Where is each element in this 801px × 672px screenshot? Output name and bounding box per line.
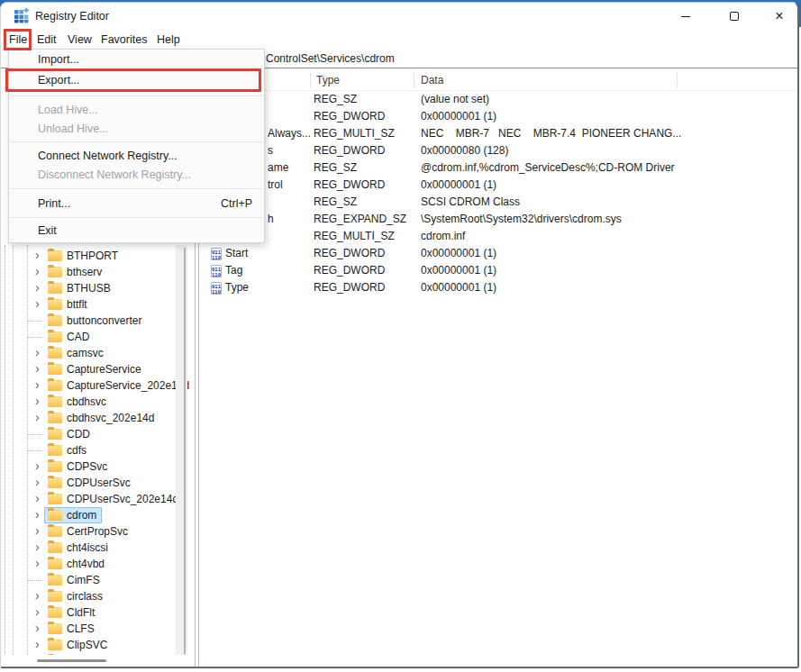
- value-type: REG_SZ: [314, 91, 413, 108]
- tree-item-CDPUserSvc_202e14d[interactable]: ›CDPUserSvc_202e14d: [1, 491, 181, 507]
- menu-edit[interactable]: Edit: [34, 30, 59, 50]
- value-row[interactable]: REG_SZ(value not set): [199, 91, 797, 108]
- title-bar[interactable]: Registry Editor ×: [1, 3, 797, 30]
- maximize-button[interactable]: [714, 3, 755, 30]
- chevron-right-icon[interactable]: ›: [35, 621, 40, 637]
- value-row[interactable]: REG_DWORD0x00000001 (1): [199, 108, 797, 125]
- menu-bar: File Edit View Favorites Help: [1, 30, 797, 50]
- value-row[interactable]: sREG_DWORD0x00000080 (128): [199, 142, 797, 159]
- menu-item-exit[interactable]: Exit: [9, 221, 264, 241]
- value-row[interactable]: TagREG_DWORD0x00000001 (1): [199, 262, 797, 279]
- tree-item-CDPSvc[interactable]: ›CDPSvc: [1, 459, 181, 475]
- tree-item-cdrom[interactable]: ›cdrom: [1, 507, 181, 523]
- tree-item-buttonconverter[interactable]: buttonconverter: [1, 313, 181, 329]
- value-row[interactable]: REG_MULTI_SZcdrom.inf: [199, 228, 797, 245]
- chevron-right-icon[interactable]: ›: [35, 280, 40, 296]
- tree-item-circlass[interactable]: ›circlass: [1, 588, 181, 604]
- column-divider[interactable]: [677, 73, 678, 88]
- chevron-right-icon[interactable]: ›: [35, 556, 40, 572]
- value-type: REG_MULTI_SZ: [314, 125, 413, 142]
- chevron-right-icon[interactable]: ›: [35, 377, 40, 394]
- chevron-right-icon[interactable]: ›: [35, 264, 40, 280]
- menu-item-import[interactable]: Import...: [9, 50, 264, 70]
- tree-horizontal-scrollbar-thumb[interactable]: [37, 659, 106, 662]
- menu-item-print[interactable]: Print...Ctrl+P: [9, 194, 264, 214]
- tree-vertical-scrollbar-thumb[interactable]: [184, 248, 186, 654]
- tree-item-CimFS[interactable]: CimFS: [1, 572, 181, 588]
- close-button[interactable]: ×: [759, 3, 799, 30]
- tree-item-ClipSVC[interactable]: ›ClipSVC: [1, 637, 181, 653]
- tree-item-cht4iscsi[interactable]: ›cht4iscsi: [1, 540, 181, 556]
- tree-item-bttflt[interactable]: ›bttflt: [1, 296, 181, 313]
- chevron-right-icon[interactable]: ›: [35, 475, 40, 491]
- chevron-right-icon[interactable]: ›: [35, 507, 40, 523]
- column-header-type[interactable]: Type: [316, 71, 340, 89]
- value-row[interactable]: TypeREG_DWORD0x00000001 (1): [199, 279, 797, 296]
- tree-item-CDD[interactable]: CDD: [1, 426, 181, 442]
- tree-item-label: CLFS: [67, 622, 95, 636]
- chevron-right-icon[interactable]: ›: [35, 540, 40, 556]
- tree-item-cbdhsvc[interactable]: ›cbdhsvc: [1, 394, 181, 410]
- tree-item-CDPUserSvc[interactable]: ›CDPUserSvc: [1, 475, 181, 491]
- tree-item-BTHPORT[interactable]: ›BTHPORT: [1, 248, 181, 264]
- chevron-right-icon[interactable]: ›: [35, 248, 40, 264]
- tree-item-CLFS[interactable]: ›CLFS: [1, 621, 181, 637]
- chevron-right-icon[interactable]: ›: [35, 296, 40, 313]
- menu-favorites[interactable]: Favorites: [98, 30, 150, 50]
- screen: Registry Editor × File Edit View Favorit…: [0, 0, 801, 672]
- annotation-box-export: [5, 68, 261, 92]
- tree-item-CaptureService_202e14d[interactable]: ›CaptureService_202e14d: [1, 377, 181, 394]
- value-name: Type: [225, 279, 249, 296]
- minimize-button[interactable]: [665, 3, 706, 30]
- menu-item-connect-network-registry[interactable]: Connect Network Registry...: [9, 146, 264, 167]
- value-row[interactable]: REG_SZSCSI CDROM Class: [199, 194, 797, 211]
- tree-item-label: CaptureService_202e14d: [67, 378, 189, 393]
- value-row[interactable]: ameREG_SZ@cdrom.inf,%cdrom_ServiceDesc%;…: [199, 159, 797, 177]
- tree-item-camsvc[interactable]: ›camsvc: [1, 345, 181, 361]
- value-row[interactable]: trolREG_DWORD0x00000001 (1): [199, 177, 797, 194]
- column-divider[interactable]: [310, 73, 311, 88]
- tree-connector: [28, 321, 42, 322]
- chevron-right-icon[interactable]: ›: [35, 345, 40, 361]
- value-type: REG_DWORD: [314, 108, 413, 125]
- tree-vertical-scrollbar[interactable]: [176, 245, 187, 658]
- tree-item-cht4vbd[interactable]: ›cht4vbd: [1, 556, 181, 572]
- chevron-right-icon[interactable]: ›: [35, 604, 40, 621]
- folder-icon: [48, 380, 62, 391]
- value-row[interactable]: hREG_EXPAND_SZ\SystemRoot\System32\drive…: [199, 211, 797, 228]
- value-data: 0x00000080 (128): [421, 142, 792, 159]
- chevron-right-icon[interactable]: ›: [35, 588, 40, 604]
- tree-item-CAD[interactable]: CAD: [1, 329, 181, 345]
- column-header-data[interactable]: Data: [421, 71, 443, 89]
- folder-icon: [48, 283, 62, 294]
- tree-item-BTHUSB[interactable]: ›BTHUSB: [1, 280, 181, 296]
- folder-icon: [48, 315, 62, 326]
- chevron-right-icon[interactable]: ›: [35, 394, 40, 410]
- column-divider[interactable]: [414, 73, 414, 88]
- value-type: REG_DWORD: [314, 177, 413, 194]
- tree-item-CldFlt[interactable]: ›CldFlt: [1, 604, 181, 621]
- tree-item-bthserv[interactable]: ›bthserv: [1, 264, 181, 280]
- chevron-right-icon[interactable]: ›: [35, 361, 40, 377]
- chevron-right-icon[interactable]: ›: [35, 410, 40, 426]
- folder-icon: [48, 250, 62, 261]
- tree-item-CaptureService[interactable]: ›CaptureService: [1, 361, 181, 377]
- tree-item-label: cht4vbd: [67, 557, 105, 571]
- tree-horizontal-scrollbar[interactable]: [1, 655, 187, 667]
- tree-item-cbdhsvc_202e14d[interactable]: ›cbdhsvc_202e14d: [1, 410, 181, 426]
- tree-item-label: CertPropSvc: [67, 524, 128, 539]
- chevron-right-icon[interactable]: ›: [35, 523, 40, 540]
- menu-item-load-hive[interactable]: Load Hive...: [9, 100, 264, 121]
- folder-icon: [48, 396, 62, 407]
- value-row[interactable]: Always...REG_MULTI_SZNEC MBR-7 NEC MBR-7…: [199, 125, 797, 142]
- tree-item-CertPropSvc[interactable]: ›CertPropSvc: [1, 523, 181, 540]
- menu-item-unload-hive[interactable]: Unload Hive...: [9, 119, 264, 140]
- chevron-right-icon[interactable]: ›: [35, 491, 40, 507]
- chevron-right-icon[interactable]: ›: [35, 637, 40, 653]
- menu-view[interactable]: View: [65, 30, 95, 50]
- menu-item-disconnect-network-registry[interactable]: Disconnect Network Registry...: [9, 165, 264, 186]
- value-row[interactable]: StartREG_DWORD0x00000001 (1): [199, 245, 797, 262]
- menu-help[interactable]: Help: [154, 30, 183, 50]
- chevron-right-icon[interactable]: ›: [35, 459, 40, 475]
- tree-item-cdfs[interactable]: cdfs: [1, 442, 181, 459]
